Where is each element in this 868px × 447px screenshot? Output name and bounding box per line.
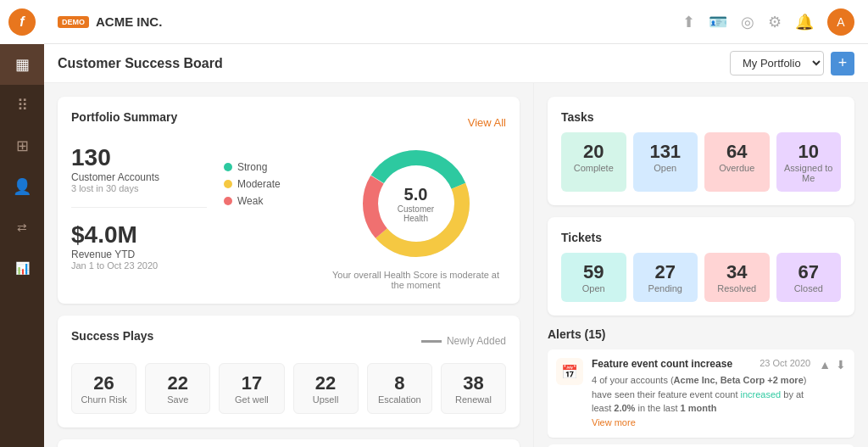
left-panel: Portfolio Summary View All 130 Customer … <box>44 83 533 447</box>
sidebar-item-filter[interactable]: ⇄ <box>0 207 44 248</box>
revenue-value: $4.0M <box>71 221 207 249</box>
tickets-title: Tickets <box>561 231 602 244</box>
page-title-bar: Customer Success Board My Portfolio + <box>44 44 868 83</box>
card-icon[interactable]: 🪪 <box>709 13 727 31</box>
ticket-resolved: 34 Resolved <box>704 253 770 302</box>
play-upsell-value: 22 <box>303 372 349 394</box>
avatar-initial: A <box>837 15 844 29</box>
donut-container: 5.0 Customer Health <box>357 144 476 263</box>
legend-strong-label: Strong <box>237 161 267 173</box>
legend-weak-dot <box>224 197 232 205</box>
revenue-sub: Jan 1 to Oct 23 2020 <box>71 260 207 271</box>
sidebar-item-grid[interactable]: ⠿ <box>0 85 44 126</box>
task-open: 131 Open <box>633 132 698 192</box>
right-panel: Tasks 20 Complete 131 Open 64 Overdue <box>533 83 868 447</box>
play-churn-risk: 26 Churn Risk <box>71 363 136 414</box>
customer-accounts-stat: 130 Customer Accounts 3 lost in 30 days <box>71 144 207 208</box>
settings-icon[interactable]: ⚙ <box>768 13 782 31</box>
customer-accounts-sub: 3 lost in 30 days <box>71 183 207 193</box>
app-logo[interactable]: f <box>0 0 44 44</box>
portfolio-select-wrap: My Portfolio + <box>730 51 854 75</box>
ticket-pending: 27 Pending <box>633 253 698 302</box>
company-name: ACME INC. <box>96 14 682 29</box>
page-title: Customer Success Board <box>58 56 223 71</box>
health-score-value: 5.0 <box>387 185 446 204</box>
play-churn-risk-value: 26 <box>81 372 127 394</box>
alert-1-action-download[interactable]: ⬇ <box>836 358 846 372</box>
content: Portfolio Summary View All 130 Customer … <box>44 83 868 447</box>
task-overdue: 64 Overdue <box>704 132 770 192</box>
customer-accounts-label: Customer Accounts <box>71 171 207 183</box>
alert-1-actions: ▲ ⬇ <box>819 358 846 372</box>
portfolio-stats: 130 Customer Accounts 3 lost in 30 days … <box>71 144 207 284</box>
demo-badge: DEMO <box>58 16 89 28</box>
legend-weak: Weak <box>224 195 309 207</box>
add-button[interactable]: + <box>831 52 854 75</box>
task-open-value: 131 <box>640 141 692 163</box>
legend-weak-label: Weak <box>237 195 263 207</box>
dashboard-icon: ▦ <box>15 55 30 74</box>
donut-center: 5.0 Customer Health <box>387 185 446 223</box>
play-escalation-label: Escalation <box>376 394 423 405</box>
ticket-pending-value: 27 <box>640 261 692 283</box>
view-all-link[interactable]: View All <box>468 116 506 129</box>
portfolio-analysis-card: Portfolio Analysis <box>58 439 520 447</box>
main-area: DEMO ACME INC. ⬆ 🪪 ◎ ⚙ 🔔 A Customer Succ… <box>44 0 868 447</box>
alert-1-link[interactable]: View more <box>592 417 636 427</box>
revenue-stat: $4.0M Revenue YTD Jan 1 to Oct 23 2020 <box>71 221 207 284</box>
bell-icon[interactable]: 🔔 <box>795 13 814 31</box>
sidebar-item-dashboard[interactable]: ▦ <box>0 44 44 85</box>
task-assigned: 10 Assigned to Me <box>776 132 842 192</box>
play-save-value: 22 <box>154 372 201 394</box>
plays-grid: 26 Churn Risk 22 Save 17 Get well 22 Ups… <box>71 363 506 414</box>
alert-1-date: 23 Oct 2020 <box>760 358 810 368</box>
ticket-resolved-label: Resolved <box>711 283 763 293</box>
avatar[interactable]: A <box>827 8 854 36</box>
ticket-pending-label: Pending <box>640 283 692 293</box>
portfolio-summary-card: Portfolio Summary View All 130 Customer … <box>58 97 520 304</box>
ticket-open-value: 59 <box>568 261 620 283</box>
tasks-card: Tasks 20 Complete 131 Open 64 Overdue <box>548 97 854 205</box>
portfolio-legend: Strong Moderate Weak <box>224 144 309 212</box>
ticket-closed-value: 67 <box>783 261 835 283</box>
sidebar-item-chart[interactable]: 📊 <box>0 248 44 288</box>
play-save-label: Save <box>154 394 201 405</box>
alerts-section: Alerts (15) 📅 Feature event count increa… <box>548 327 854 447</box>
topbar: DEMO ACME INC. ⬆ 🪪 ◎ ⚙ 🔔 A <box>44 0 868 44</box>
health-score-label: Customer Health <box>387 204 446 223</box>
task-assigned-value: 10 <box>783 141 835 163</box>
newly-added-indicator: Newly Added <box>421 335 506 347</box>
target-icon[interactable]: ◎ <box>741 13 754 31</box>
customer-accounts-value: 130 <box>71 144 207 171</box>
alert-item-1: 📅 Feature event count increase 23 Oct 20… <box>548 349 854 438</box>
task-assigned-label: Assigned to Me <box>783 163 835 183</box>
play-renewal-value: 38 <box>450 372 497 394</box>
success-plays-header: Success Plays Newly Added <box>71 329 506 353</box>
revenue-label: Revenue YTD <box>71 249 207 260</box>
calendar-icon: 📅 <box>561 364 578 380</box>
legend-strong: Strong <box>224 161 309 173</box>
play-getwell-value: 17 <box>228 372 275 394</box>
play-escalation: 8 Escalation <box>367 363 432 414</box>
portfolio-summary-title: Portfolio Summary <box>71 110 177 124</box>
legend-moderate: Moderate <box>224 178 309 190</box>
newly-line <box>421 340 442 343</box>
play-churn-risk-label: Churn Risk <box>81 394 127 405</box>
success-plays-title: Success Plays <box>71 329 153 343</box>
chart-icon: 📊 <box>15 261 30 275</box>
alerts-title: Alerts (15) <box>548 327 605 341</box>
portfolio-summary-inner: 130 Customer Accounts 3 lost in 30 days … <box>71 144 506 290</box>
play-escalation-value: 8 <box>376 372 423 394</box>
portfolio-select[interactable]: My Portfolio <box>730 51 824 75</box>
legend-moderate-label: Moderate <box>237 178 281 190</box>
play-getwell-label: Get well <box>228 394 275 405</box>
legend-moderate-dot <box>224 180 232 188</box>
sidebar-item-apps[interactable]: ⊞ <box>0 126 44 166</box>
task-overdue-label: Overdue <box>711 163 763 173</box>
alert-1-action-flag[interactable]: ▲ <box>819 358 831 372</box>
upload-icon[interactable]: ⬆ <box>682 13 695 31</box>
sidebar-item-user[interactable]: 👤 <box>0 166 44 207</box>
alert-body-1: Feature event count increase 23 Oct 2020… <box>592 358 810 429</box>
task-open-label: Open <box>640 163 692 173</box>
task-complete: 20 Complete <box>561 132 626 192</box>
